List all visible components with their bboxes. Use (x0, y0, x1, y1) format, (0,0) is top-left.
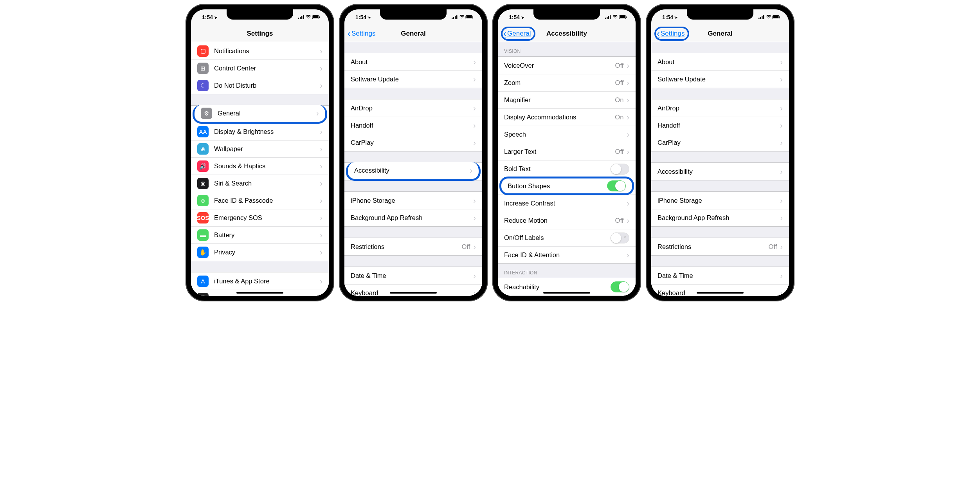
settings-row[interactable]: ZoomOff› (498, 74, 636, 91)
chevron-right-icon: › (780, 58, 783, 67)
settings-row[interactable]: Increase Contrast› (498, 195, 636, 212)
settings-row[interactable]: 🔊Sounds & Haptics› (191, 157, 329, 175)
settings-row[interactable]: Display AccommodationsOn› (498, 108, 636, 126)
row-label: iTunes & App Store (214, 278, 320, 285)
settings-row[interactable]: AADisplay & Brightness› (191, 123, 329, 140)
row-label: About (351, 58, 473, 66)
settings-row[interactable]: Accessibility› (346, 162, 481, 181)
settings-row[interactable]: Software Update› (344, 70, 482, 88)
screen: 1:54 ➤ ‹ Settings General About›Software… (651, 9, 789, 296)
settings-group: AirDrop›Handoff›CarPlay› (344, 99, 482, 151)
settings-group: ▢Notifications›⊞Control Center›☾Do Not D… (191, 42, 329, 94)
status-time: 1:54 (202, 14, 213, 20)
settings-row[interactable]: CarPlay› (344, 134, 482, 151)
section-header: INTERACTION (498, 264, 636, 278)
toggle-switch[interactable] (611, 164, 629, 175)
settings-row[interactable]: Bold Text (498, 160, 636, 177)
settings-row[interactable]: AirDrop› (344, 99, 482, 117)
settings-row[interactable]: Background App Refresh› (344, 209, 482, 226)
content-scroll[interactable]: VISIONVoiceOverOff›ZoomOff›MagnifierOn›D… (498, 42, 636, 296)
row-label: iPhone Storage (658, 197, 780, 204)
settings-row[interactable]: Date & Time› (651, 267, 789, 284)
settings-row[interactable]: ▬Battery› (191, 226, 329, 243)
chevron-right-icon: › (470, 166, 472, 175)
chevron-right-icon: › (473, 213, 476, 222)
toggle-switch[interactable] (611, 281, 629, 292)
settings-row[interactable]: Keyboard› (651, 284, 789, 296)
row-label: Display & Brightness (214, 128, 320, 135)
home-indicator[interactable] (390, 292, 437, 294)
group-gap (191, 261, 329, 272)
settings-row[interactable]: RestrictionsOff› (344, 238, 482, 255)
settings-group: About›Software Update› (651, 53, 789, 88)
content-scroll[interactable]: ▢Notifications›⊞Control Center›☾Do Not D… (191, 42, 329, 296)
row-label: Date & Time (658, 272, 780, 279)
row-label: Software Update (658, 76, 780, 83)
settings-row[interactable]: About› (344, 53, 482, 70)
row-label: Button Shapes (508, 182, 607, 190)
faceid-icon: ☺ (197, 195, 209, 206)
content-scroll[interactable]: About›Software Update›AirDrop›Handoff›Ca… (344, 42, 482, 296)
settings-row[interactable]: Date & Time› (344, 267, 482, 284)
notch (380, 9, 447, 20)
settings-row[interactable]: ❀Wallpaper› (191, 140, 329, 157)
status-icons (758, 15, 780, 20)
settings-row[interactable]: Handoff› (344, 117, 482, 134)
settings-row[interactable]: iPhone Storage› (651, 192, 789, 209)
settings-row[interactable]: ✋Privacy› (191, 243, 329, 261)
settings-row[interactable]: RestrictionsOff› (651, 238, 789, 255)
settings-row[interactable]: AiTunes & App Store› (191, 272, 329, 290)
settings-row[interactable]: Face ID & Attention› (498, 246, 636, 263)
settings-row[interactable]: ⚙General› (193, 105, 327, 124)
settings-row[interactable]: Button Shapes (499, 177, 634, 195)
home-indicator[interactable] (697, 292, 744, 294)
settings-row[interactable]: Handoff› (651, 117, 789, 134)
settings-row[interactable]: iPhone Storage› (344, 192, 482, 209)
svg-rect-12 (467, 16, 472, 18)
settings-row[interactable]: ⊞Control Center› (191, 59, 329, 77)
settings-row[interactable]: Speech› (498, 126, 636, 143)
svg-rect-13 (473, 16, 474, 18)
settings-row[interactable]: SOSEmergency SOS› (191, 209, 329, 226)
group-gap (191, 94, 329, 105)
settings-group: ⚙General›AADisplay & Brightness›❀Wallpap… (191, 105, 329, 261)
settings-row[interactable]: AirDrop› (651, 99, 789, 117)
row-label: AirDrop (658, 105, 780, 112)
status-icons (452, 15, 474, 20)
settings-row[interactable]: Software Update› (651, 70, 789, 88)
settings-row[interactable]: MagnifierOn› (498, 91, 636, 108)
row-label: Notifications (214, 47, 320, 55)
row-label: Handoff (351, 122, 473, 129)
toggle-switch[interactable] (607, 180, 626, 191)
home-indicator[interactable] (236, 292, 283, 294)
nav-back-button[interactable]: ‹ Settings (348, 29, 375, 38)
chevron-right-icon: › (780, 104, 783, 113)
group-gap (651, 42, 789, 53)
status-right (298, 15, 320, 20)
row-label: AirDrop (351, 105, 473, 112)
phone-frame: 1:54 ➤ ‹ General Accessibility VISIONVoi… (492, 4, 641, 301)
settings-row[interactable]: Keyboard› (344, 284, 482, 296)
content-scroll[interactable]: About›Software Update›AirDrop›Handoff›Ca… (651, 42, 789, 296)
home-indicator[interactable] (543, 292, 590, 294)
settings-row[interactable]: ☾Do Not Disturb› (191, 77, 329, 94)
settings-row[interactable]: On/Off Labels (498, 229, 636, 246)
settings-row[interactable]: ◉Siri & Search› (191, 175, 329, 192)
row-label: Background App Refresh (658, 214, 780, 222)
settings-row[interactable]: ☺Face ID & Passcode› (191, 192, 329, 209)
chevron-left-icon: ‹ (657, 29, 660, 38)
notifications-icon: ▢ (197, 45, 209, 57)
settings-row[interactable]: VoiceOverOff› (498, 57, 636, 74)
toggle-switch[interactable] (611, 232, 629, 243)
settings-row[interactable]: Reduce MotionOff› (498, 212, 636, 229)
settings-row[interactable]: Background App Refresh› (651, 209, 789, 226)
svg-rect-7 (452, 18, 453, 19)
nav-back-button[interactable]: ‹ Settings (654, 27, 689, 41)
settings-row[interactable]: CarPlay› (651, 134, 789, 151)
settings-row[interactable]: ▢Notifications› (191, 42, 329, 59)
settings-row[interactable]: Larger TextOff› (498, 143, 636, 160)
settings-row[interactable]: About› (651, 53, 789, 70)
nav-back-label: Settings (661, 30, 685, 38)
settings-row[interactable]: Accessibility› (651, 163, 789, 180)
nav-back-button[interactable]: ‹ General (501, 27, 535, 41)
